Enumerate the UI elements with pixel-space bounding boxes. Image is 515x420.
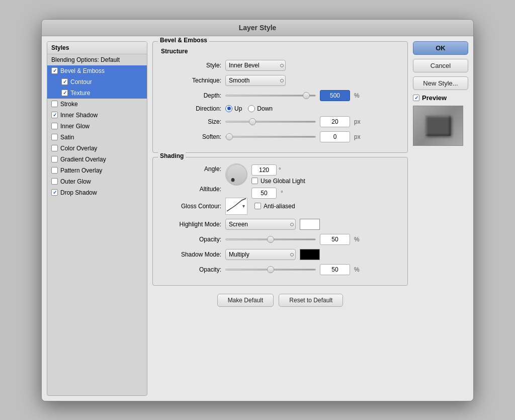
texture-checkbox[interactable] xyxy=(61,90,68,96)
technique-select-wrapper[interactable]: Smooth Chisel Hard Chisel Soft xyxy=(225,75,286,86)
direction-up-radio[interactable] xyxy=(225,105,232,112)
sidebar-item-inner-shadow[interactable]: Inner Shadow xyxy=(47,110,147,121)
shadow-mode-select-wrapper[interactable]: Multiply Normal Screen Overlay xyxy=(225,249,296,260)
pattern-overlay-checkbox[interactable] xyxy=(51,167,58,174)
stroke-checkbox[interactable] xyxy=(51,101,58,107)
sidebar-item-pattern-overlay[interactable]: Pattern Overlay xyxy=(47,165,147,176)
sidebar-item-blending[interactable]: Blending Options: Default xyxy=(47,54,147,65)
size-slider[interactable] xyxy=(225,117,316,126)
contour-checkbox[interactable] xyxy=(61,78,68,85)
satin-checkbox[interactable] xyxy=(51,134,58,140)
sidebar-item-inner-glow[interactable]: Inner Glow xyxy=(47,121,147,132)
sidebar-item-satin-label: Satin xyxy=(60,134,74,141)
depth-slider[interactable] xyxy=(225,91,316,100)
drop-shadow-checkbox[interactable] xyxy=(51,189,58,196)
sidebar-item-contour-label: Contour xyxy=(70,78,92,86)
highlight-opacity-row: Opacity: % xyxy=(161,234,399,245)
make-default-button[interactable]: Make Default xyxy=(217,294,274,307)
shadow-opacity-thumb[interactable] xyxy=(267,266,274,273)
bottom-bar: Make Default Reset to Default xyxy=(152,290,408,309)
preview-label-text: Preview xyxy=(422,94,447,102)
technique-select[interactable]: Smooth Chisel Hard Chisel Soft xyxy=(225,75,286,86)
style-select-wrapper[interactable]: Inner Bevel Outer Bevel Emboss Pillow Em… xyxy=(225,60,286,71)
depth-input[interactable] xyxy=(320,90,350,101)
depth-label: Depth: xyxy=(161,92,221,99)
altitude-unit: ° xyxy=(281,190,283,197)
soften-thumb[interactable] xyxy=(226,133,233,140)
styles-header: Styles xyxy=(47,42,147,54)
use-global-light-label: Use Global Light xyxy=(261,178,305,185)
style-select[interactable]: Inner Bevel Outer Bevel Emboss Pillow Em… xyxy=(225,60,286,71)
highlight-color-swatch[interactable] xyxy=(300,219,320,230)
sidebar-item-gradient-overlay[interactable]: Gradient Overlay xyxy=(47,154,147,165)
highlight-mode-row: Highlight Mode: Screen Normal Multiply O… xyxy=(161,219,399,230)
sidebar-item-gradient-overlay-label: Gradient Overlay xyxy=(60,156,106,163)
gloss-contour-box[interactable]: ▼ xyxy=(225,198,247,215)
direction-row: Direction: Up Down xyxy=(161,105,399,112)
gradient-overlay-checkbox[interactable] xyxy=(51,156,58,162)
highlight-opacity-input[interactable] xyxy=(320,234,350,245)
technique-label: Technique: xyxy=(161,77,221,84)
highlight-opacity-slider[interactable] xyxy=(225,235,316,244)
size-input[interactable] xyxy=(320,116,350,127)
sidebar-item-pattern-overlay-label: Pattern Overlay xyxy=(60,167,102,174)
angle-dial[interactable] xyxy=(225,163,247,186)
outer-glow-checkbox[interactable] xyxy=(51,178,58,185)
shadow-mode-label: Shadow Mode: xyxy=(161,251,221,258)
sidebar-item-color-overlay[interactable]: Color Overlay xyxy=(47,143,147,154)
sidebar-item-satin[interactable]: Satin xyxy=(47,132,147,143)
preview-checkbox[interactable] xyxy=(413,95,419,101)
inner-glow-checkbox[interactable] xyxy=(51,123,58,129)
sidebar-item-outer-glow[interactable]: Outer Glow xyxy=(47,176,147,187)
direction-radio-group: Up Down xyxy=(225,105,273,112)
cancel-button[interactable]: Cancel xyxy=(413,59,468,72)
angle-input[interactable] xyxy=(251,164,277,176)
shadow-opacity-slider[interactable] xyxy=(225,265,316,274)
use-global-light-checkbox[interactable] xyxy=(251,178,258,184)
sidebar-item-inner-shadow-label: Inner Shadow xyxy=(60,112,98,119)
shadow-color-swatch[interactable] xyxy=(300,249,320,260)
highlight-mode-select-wrapper[interactable]: Screen Normal Multiply Overlay xyxy=(225,219,296,230)
ok-button[interactable]: OK xyxy=(413,41,468,55)
shadow-mode-row: Shadow Mode: Multiply Normal Screen Over… xyxy=(161,249,399,260)
sidebar-item-bevel-emboss-label: Bevel & Emboss xyxy=(60,67,105,74)
depth-row: Depth: % xyxy=(161,90,399,101)
left-panel: Styles Blending Options: Default Bevel &… xyxy=(47,41,147,396)
structure-title: Structure xyxy=(161,48,399,55)
reset-to-default-button[interactable]: Reset to Default xyxy=(279,294,343,307)
sidebar-item-color-overlay-label: Color Overlay xyxy=(60,145,97,152)
shadow-mode-select[interactable]: Multiply Normal Screen Overlay xyxy=(225,249,296,260)
direction-up-item[interactable]: Up xyxy=(225,105,242,112)
sidebar-item-texture[interactable]: Texture xyxy=(47,88,147,99)
bevel-emboss-checkbox[interactable] xyxy=(51,67,58,74)
blending-label: Blending Options: Default xyxy=(51,56,120,63)
sidebar-item-drop-shadow[interactable]: Drop Shadow xyxy=(47,187,147,198)
size-unit: px xyxy=(354,118,361,125)
altitude-input[interactable] xyxy=(251,188,277,199)
soften-input[interactable] xyxy=(320,131,350,142)
sidebar-item-bevel-emboss[interactable]: Bevel & Emboss xyxy=(47,65,147,76)
depth-thumb[interactable] xyxy=(303,92,310,99)
size-thumb[interactable] xyxy=(249,118,256,125)
section-title: Bevel & Emboss xyxy=(158,37,209,44)
highlight-mode-select[interactable]: Screen Normal Multiply Overlay xyxy=(225,219,296,230)
shadow-opacity-row: Opacity: % xyxy=(161,264,399,275)
sidebar-item-stroke-label: Stroke xyxy=(60,101,78,108)
color-overlay-checkbox[interactable] xyxy=(51,145,58,151)
direction-down-item[interactable]: Down xyxy=(248,105,273,112)
inner-shadow-checkbox[interactable] xyxy=(51,112,58,118)
depth-unit: % xyxy=(354,92,360,99)
right-panel: OK Cancel New Style... Preview xyxy=(413,41,468,396)
sidebar-item-stroke[interactable]: Stroke xyxy=(47,99,147,110)
highlight-opacity-thumb[interactable] xyxy=(267,236,274,243)
shadow-opacity-input[interactable] xyxy=(320,264,350,275)
style-row: Style: Inner Bevel Outer Bevel Emboss Pi… xyxy=(161,60,399,71)
direction-down-radio[interactable] xyxy=(248,105,255,112)
new-style-button[interactable]: New Style... xyxy=(413,76,468,90)
soften-slider[interactable] xyxy=(225,132,316,141)
sidebar-item-contour[interactable]: Contour xyxy=(47,76,147,88)
altitude-label: Altitude: xyxy=(161,186,221,193)
preview-box xyxy=(413,106,463,146)
anti-aliased-checkbox[interactable] xyxy=(254,203,261,209)
shading-title: Shading xyxy=(158,152,186,159)
